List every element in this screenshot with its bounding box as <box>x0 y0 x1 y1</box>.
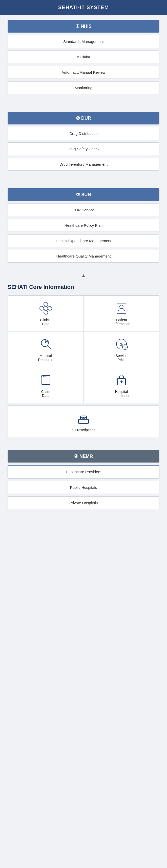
sun-header[interactable]: ③ SUN <box>7 188 159 201</box>
scroll-up-button[interactable]: ▲ <box>0 270 167 280</box>
e-prescriptions-label: e-Prescriptions <box>72 428 95 432</box>
core-cell-e-prescriptions[interactable]: e-Prescriptions <box>7 405 159 437</box>
svg-point-34 <box>83 417 84 418</box>
sun-item-phr[interactable]: PHR Service <box>7 204 159 216</box>
sun-item-expenditure[interactable]: Health Expendithre Management <box>7 234 159 247</box>
nemr-item-public-hospitals[interactable]: Public Hospitals <box>7 481 159 494</box>
svg-point-33 <box>81 417 82 418</box>
service-price-icon: $ <box>114 337 129 352</box>
core-info-grid: ClinicalData PatientInformation MedicalR… <box>0 293 167 405</box>
dur-item-safety[interactable]: Drug Safety Check <box>7 143 159 155</box>
svg-text:$: $ <box>120 342 123 347</box>
svg-point-1 <box>40 306 44 310</box>
sun-item-policy[interactable]: Healthcare Policy Plan <box>7 219 159 232</box>
nhis-item-review[interactable]: Automatic/Manual Review <box>7 66 159 79</box>
nemr-item-private-hospitals[interactable]: Private Hospitals <box>7 496 159 509</box>
app-title: SEHATI-IT SYSTEM <box>58 4 109 10</box>
nemr-header[interactable]: ④ NEMR <box>7 450 159 463</box>
medical-resource-icon <box>38 337 53 352</box>
svg-point-0 <box>44 306 48 310</box>
e-prescriptions-icon <box>76 411 91 426</box>
medical-resource-label: MedicalResource <box>38 354 53 362</box>
clinical-data-icon <box>38 301 53 316</box>
claim-data-icon <box>38 372 53 388</box>
claim-data-label: ClaimData <box>41 390 50 398</box>
svg-point-6 <box>120 305 123 309</box>
sun-item-quality[interactable]: Healthcare Quality Management <box>7 250 159 262</box>
nemr-item-providers[interactable]: Healthcare Providers <box>7 465 159 478</box>
core-cell-claim-data[interactable]: ClaimData <box>7 367 84 403</box>
nhis-header[interactable]: ① NHIS <box>7 20 159 33</box>
nhis-item-standards[interactable]: Standards Management <box>7 35 159 48</box>
core-cell-patient-information[interactable]: PatientInformation <box>84 296 159 331</box>
nhis-item-monitoring[interactable]: Monitoring <box>7 81 159 94</box>
svg-point-2 <box>48 306 52 310</box>
dur-section: ② DUR Drug Distribution Drug Safety Chec… <box>0 107 167 178</box>
core-info-title: SEHATI Core Information <box>0 280 167 293</box>
scroll-up-icon: ▲ <box>81 273 86 278</box>
hospital-information-icon <box>114 372 129 388</box>
patient-information-label: PatientInformation <box>113 318 130 326</box>
dur-header[interactable]: ② DUR <box>7 112 159 124</box>
core-cell-hospital-information[interactable]: HospitalInformation <box>84 367 159 403</box>
nemr-section: ④ NEMR Healthcare Providers Public Hospi… <box>0 445 167 517</box>
svg-point-4 <box>44 310 48 314</box>
sun-section: ③ SUN PHR Service Healthcare Policy Plan… <box>0 183 167 270</box>
service-price-label: ServicePrice <box>116 354 128 362</box>
svg-point-35 <box>85 417 86 418</box>
svg-rect-30 <box>80 421 87 422</box>
dur-item-distribution[interactable]: Drug Distribution <box>7 127 159 140</box>
nhis-item-eclaim[interactable]: e-Claim <box>7 51 159 63</box>
clinical-data-label: ClinicalData <box>40 318 51 326</box>
svg-point-3 <box>44 302 48 306</box>
core-cell-clinical-data[interactable]: ClinicalData <box>7 296 84 331</box>
e-prescriptions-wrapper: e-Prescriptions <box>0 405 167 440</box>
core-cell-medical-resource[interactable]: MedicalResource <box>7 331 84 367</box>
app-header: SEHATI-IT SYSTEM <box>0 0 167 15</box>
dur-item-inventory[interactable]: Drug Inventory Management <box>7 158 159 171</box>
svg-line-9 <box>47 346 51 349</box>
nhis-section: ① NHIS Standards Management e-Claim Auto… <box>0 15 167 102</box>
hospital-information-label: HospitalInformation <box>113 390 130 398</box>
core-cell-service-price[interactable]: $ ServicePrice <box>84 331 159 367</box>
patient-information-icon <box>114 301 129 316</box>
